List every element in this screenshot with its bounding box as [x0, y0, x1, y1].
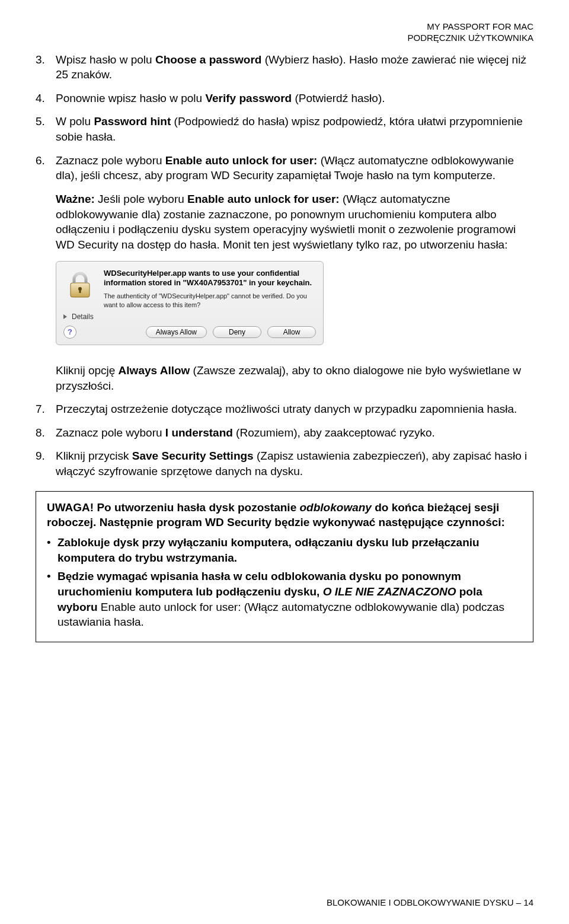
- page-footer: BLOKOWANIE I ODBLOKOWYWANIE DYSKU – 14: [327, 897, 533, 907]
- step-6: 6. Zaznacz pole wyboru Enable auto unloc…: [36, 153, 533, 183]
- warning-intro: UWAGA! Po utworzeniu hasła dysk pozostan…: [47, 500, 522, 530]
- warning-box: UWAGA! Po utworzeniu hasła dysk pozostan…: [36, 491, 533, 642]
- step-text: Zaznacz pole wyboru I understand (Rozumi…: [56, 425, 533, 441]
- instruction-list: 3. Wpisz hasło w polu Choose a password …: [36, 52, 533, 183]
- keychain-dialog: WDSecurityHelper.app wants to use your c…: [56, 261, 324, 345]
- page-header: MY PASSPORT FOR MAC PODRĘCZNIK UŻYTKOWNI…: [36, 21, 533, 44]
- instruction-list-cont: 7. Przeczytaj ostrzeżenie dotyczące możl…: [36, 402, 533, 479]
- header-line1: MY PASSPORT FOR MAC: [36, 21, 533, 33]
- allow-button[interactable]: Allow: [267, 326, 316, 338]
- step-8: 8. Zaznacz pole wyboru I understand (Roz…: [36, 425, 533, 441]
- deny-button[interactable]: Deny: [213, 326, 261, 338]
- step-9: 9. Kliknij przycisk Save Security Settin…: [36, 448, 533, 479]
- step-number: 7.: [36, 402, 56, 417]
- step-number: 6.: [36, 153, 56, 183]
- lock-icon: [63, 269, 97, 302]
- step-number: 5.: [36, 114, 56, 144]
- step-text: Zaznacz pole wyboru Enable auto unlock f…: [56, 153, 533, 183]
- svg-rect-2: [79, 289, 81, 293]
- bullet-text: Będzie wymagać wpisania hasła w celu odb…: [57, 569, 522, 630]
- step-number: 4.: [36, 91, 56, 106]
- always-allow-button[interactable]: Always Allow: [146, 326, 207, 338]
- disclosure-triangle-icon: [63, 314, 67, 319]
- step-number: 8.: [36, 425, 56, 441]
- step-3: 3. Wpisz hasło w polu Choose a password …: [36, 52, 533, 82]
- step-text: Ponownie wpisz hasło w polu Verify passw…: [56, 91, 533, 106]
- step-4: 4. Ponownie wpisz hasło w polu Verify pa…: [36, 91, 533, 106]
- help-icon[interactable]: ?: [63, 326, 76, 339]
- after-dialog-text: Kliknij opcję Always Allow (Zawsze zezwa…: [56, 363, 533, 393]
- bullet-text: Zablokuje dysk przy wyłączaniu komputera…: [57, 535, 522, 565]
- step-text: Wpisz hasło w polu Choose a password (Wy…: [56, 52, 533, 82]
- step-number: 3.: [36, 52, 56, 82]
- bullet-1: • Zablokuje dysk przy wyłączaniu kompute…: [47, 535, 522, 565]
- step-text: Kliknij przycisk Save Security Settings …: [56, 448, 533, 479]
- dialog-title: WDSecurityHelper.app wants to use your c…: [104, 269, 316, 289]
- step-7: 7. Przeczytaj ostrzeżenie dotyczące możl…: [36, 402, 533, 417]
- dialog-subtitle: The authenticity of "WDSecurityHelper.ap…: [104, 292, 316, 309]
- bullet-2: • Będzie wymagać wpisania hasła w celu o…: [47, 569, 522, 630]
- step-number: 9.: [36, 448, 56, 479]
- step-5: 5. W polu Password hint (Podpowiedź do h…: [36, 114, 533, 144]
- step-text: W polu Password hint (Podpowiedź do hasł…: [56, 114, 533, 144]
- step-text: Przeczytaj ostrzeżenie dotyczące możliwo…: [56, 402, 533, 417]
- important-note: Ważne: Jeśli pole wyboru Enable auto unl…: [56, 192, 533, 253]
- details-label: Details: [72, 313, 94, 321]
- header-line2: PODRĘCZNIK UŻYTKOWNIKA: [36, 33, 533, 44]
- dialog-message: WDSecurityHelper.app wants to use your c…: [104, 269, 316, 309]
- details-toggle[interactable]: Details: [63, 313, 316, 321]
